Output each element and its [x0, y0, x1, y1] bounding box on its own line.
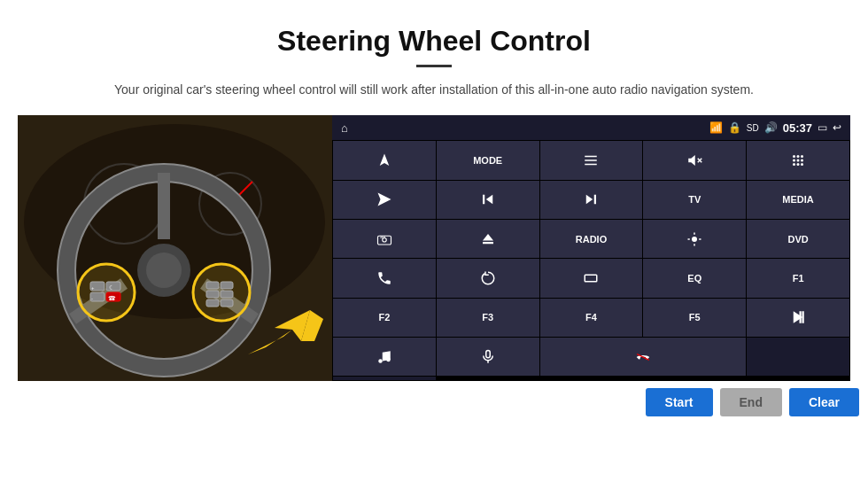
svg-point-45	[797, 163, 800, 166]
svg-rect-33	[585, 159, 598, 161]
svg-marker-55	[483, 234, 493, 241]
svg-point-46	[801, 163, 803, 166]
steering-wheel-image: + - ☾ ☎	[18, 115, 332, 381]
svg-text:☾: ☾	[109, 284, 114, 291]
status-time: 05:37	[783, 121, 812, 135]
svg-point-40	[801, 155, 803, 158]
screen-icon: ▭	[818, 121, 827, 134]
cam360-button[interactable]: 360	[333, 220, 436, 258]
f1-button[interactable]: F1	[747, 259, 849, 297]
svg-rect-26	[206, 299, 219, 307]
svg-point-11	[146, 253, 182, 288]
button-grid: MODE T	[332, 140, 850, 381]
radio-button[interactable]: RADIO	[540, 220, 643, 258]
wifi-icon: 📶	[709, 121, 723, 134]
svg-point-41	[793, 159, 795, 162]
svg-point-44	[793, 163, 795, 166]
svg-rect-51	[594, 195, 596, 205]
svg-rect-34	[585, 164, 598, 166]
svg-rect-49	[483, 195, 484, 205]
svg-point-39	[797, 155, 800, 158]
lock-icon: 🔒	[728, 121, 741, 134]
svg-point-43	[801, 159, 803, 162]
next-button[interactable]	[540, 181, 643, 219]
svg-rect-27	[221, 299, 233, 307]
svg-rect-25	[221, 291, 233, 298]
clear-button[interactable]: Clear	[789, 388, 859, 416]
svg-marker-47	[377, 193, 391, 206]
svg-rect-64	[800, 312, 802, 324]
apps-button[interactable]	[747, 141, 849, 179]
svg-rect-22	[206, 282, 219, 289]
music-button[interactable]	[333, 338, 436, 376]
svg-rect-23	[221, 282, 233, 289]
title-divider	[416, 65, 452, 67]
f3-button[interactable]: F3	[437, 299, 539, 337]
svg-rect-32	[585, 156, 598, 158]
svg-rect-65	[802, 312, 804, 324]
status-bar-left: ⌂	[341, 121, 348, 135]
svg-point-42	[797, 159, 800, 162]
svg-marker-31	[380, 154, 390, 167]
mode-button[interactable]: MODE	[437, 141, 539, 179]
dvd-button[interactable]: DVD	[747, 220, 849, 258]
f5-button[interactable]: F5	[643, 299, 746, 337]
subtitle-text: Your original car's steering wheel contr…	[89, 80, 779, 99]
svg-text:☎: ☎	[108, 295, 116, 301]
list-button[interactable]	[540, 141, 643, 179]
svg-point-38	[793, 155, 795, 158]
start-button[interactable]: Start	[646, 388, 713, 416]
svg-text:360: 360	[380, 236, 385, 239]
svg-point-57	[692, 237, 697, 242]
svg-marker-48	[485, 195, 492, 205]
eject-button[interactable]	[437, 220, 539, 258]
brightness-button[interactable]	[643, 220, 746, 258]
svg-rect-68	[485, 350, 490, 357]
action-bar: Start End Clear	[0, 381, 868, 424]
eq-button[interactable]: EQ	[643, 259, 746, 297]
prev-button[interactable]	[437, 181, 539, 219]
send-button[interactable]	[333, 181, 436, 219]
mute-button[interactable]	[643, 141, 746, 179]
content-area: + - ☾ ☎ ⌂	[0, 115, 868, 381]
rect-button[interactable]	[540, 259, 643, 297]
svg-rect-62	[585, 275, 598, 282]
empty-button-2	[333, 377, 436, 380]
sd-icon: SD	[747, 123, 759, 133]
callend-button[interactable]	[540, 338, 747, 376]
page-title: Steering Wheel Control	[0, 0, 868, 58]
media-button[interactable]: MEDIA	[747, 181, 849, 219]
empty-button-1	[747, 338, 849, 376]
status-bar-right: 📶 🔒 SD 🔊 05:37 ▭ ↩	[709, 121, 841, 135]
svg-marker-50	[586, 195, 593, 205]
tv-button[interactable]: TV	[643, 181, 746, 219]
bluetooth-icon: 🔊	[764, 121, 778, 134]
svg-rect-56	[483, 242, 493, 244]
svg-point-66	[378, 359, 383, 363]
svg-text:+: +	[91, 285, 95, 291]
svg-point-67	[386, 357, 391, 362]
home-icon: ⌂	[341, 121, 348, 135]
phone-button[interactable]	[333, 259, 436, 297]
svg-marker-35	[689, 155, 696, 166]
f2-button[interactable]: F2	[333, 299, 436, 337]
svg-text:-: -	[91, 296, 93, 301]
f4-button[interactable]: F4	[540, 299, 643, 337]
svg-rect-24	[206, 291, 219, 298]
playpause-button[interactable]	[747, 299, 849, 337]
back-icon: ↩	[833, 121, 841, 134]
status-bar: ⌂ 📶 🔒 SD 🔊 05:37 ▭ ↩	[332, 115, 850, 140]
mic-button[interactable]	[437, 338, 539, 376]
svg-point-12	[78, 264, 135, 321]
nav-button[interactable]	[333, 141, 436, 179]
end-button[interactable]: End	[720, 388, 782, 416]
control-panel: ⌂ 📶 🔒 SD 🔊 05:37 ▭ ↩ MODE	[332, 115, 850, 381]
swirl-button[interactable]	[437, 259, 539, 297]
